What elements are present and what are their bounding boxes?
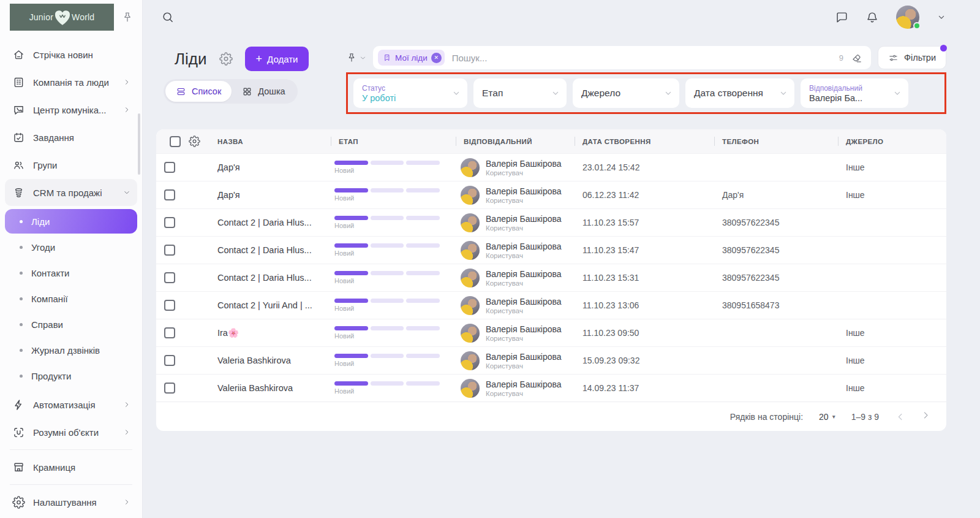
- eraser-icon[interactable]: [851, 52, 862, 64]
- row-checkbox[interactable]: [164, 355, 175, 366]
- sidebar-item-call-log[interactable]: Журнал дзвінків: [5, 338, 137, 362]
- pagination: Рядків на сторінці: 20 ▾ 1–9 з 9: [156, 402, 946, 431]
- table-row[interactable]: Contact 2 | Daria Hlus... Новий Валерія …: [156, 208, 946, 236]
- lead-stage: Новий: [331, 271, 456, 284]
- stage-progress-bar: [334, 299, 440, 303]
- sidebar-item-automation[interactable]: Автоматизація: [5, 391, 137, 418]
- chip-remove-icon[interactable]: ✕: [431, 53, 442, 63]
- table-row[interactable]: Contact 2 | Yurii And | ... Новий Валері…: [156, 291, 946, 319]
- table-settings-icon[interactable]: [189, 135, 200, 147]
- column-header-stage[interactable]: ЕТАП: [331, 129, 456, 153]
- app-logo[interactable]: Junior World: [10, 4, 114, 31]
- add-button[interactable]: + Додати: [245, 47, 309, 71]
- select-all-checkbox[interactable]: [170, 136, 181, 147]
- chevron-right-icon: [123, 428, 131, 436]
- home-icon: [12, 48, 25, 61]
- sidebar-scrollbar[interactable]: [138, 113, 140, 175]
- column-header-owner[interactable]: ВІДПОВІДАЛЬНИЙ: [456, 129, 575, 153]
- column-header-created[interactable]: ДАТА СТВОРЕННЯ: [575, 129, 714, 153]
- filter-owner[interactable]: ВідповідальнийВалерія Ба...: [801, 78, 908, 108]
- sidebar-item-contacts[interactable]: Контакти: [5, 261, 137, 285]
- tab-board[interactable]: Дошка: [232, 81, 295, 102]
- row-checkbox[interactable]: [164, 383, 175, 394]
- table-row[interactable]: Contact 2 | Daria Hlus... Новий Валерія …: [156, 236, 946, 264]
- lead-name: Ira🌸: [217, 328, 331, 338]
- row-checkbox[interactable]: [164, 162, 175, 173]
- lead-created: 23.01.24 15:42: [575, 162, 714, 172]
- sidebar-item-deals[interactable]: Угоди: [5, 235, 137, 259]
- row-checkbox[interactable]: [164, 245, 175, 256]
- rows-per-page-label: Рядків на сторінці:: [730, 412, 803, 422]
- lead-created: 11.10.23 09:50: [575, 328, 714, 338]
- prev-page-button[interactable]: [895, 411, 906, 422]
- sidebar-item-smart-objects[interactable]: Розумні об'єкти: [5, 419, 137, 446]
- tab-board-label: Дошка: [258, 86, 285, 96]
- filters-button[interactable]: Фільтри: [878, 46, 946, 69]
- sidebar-item-groups[interactable]: Групи: [5, 151, 137, 178]
- notifications-button[interactable]: [865, 10, 879, 24]
- sidebar-item-news-feed[interactable]: Стрічка новин: [5, 41, 137, 68]
- user-avatar[interactable]: [896, 6, 919, 29]
- filter-source[interactable]: Джерело: [573, 78, 679, 108]
- page-settings-icon[interactable]: [219, 52, 233, 66]
- column-header-name[interactable]: НАЗВА: [217, 129, 331, 153]
- sidebar-item-comm-center[interactable]: Центр комуніка...: [5, 96, 137, 123]
- table-row[interactable]: Valeriia Bashkirova Новий Валерія Башкір…: [156, 374, 946, 402]
- column-header-source[interactable]: ДЖЕРЕЛО: [838, 129, 946, 153]
- filter-status[interactable]: СтатусУ роботі: [353, 78, 467, 108]
- sidebar-divider: [10, 484, 132, 485]
- table-row[interactable]: Contact 2 | Daria Hlus... Новий Валерія …: [156, 264, 946, 291]
- sidebar-item-settings[interactable]: Налаштування: [5, 489, 137, 516]
- sidebar-item-tasks[interactable]: Завдання: [5, 124, 137, 151]
- row-checkbox[interactable]: [164, 217, 175, 228]
- messages-button[interactable]: [835, 10, 848, 24]
- search-bar[interactable]: Мої ліди ✕ 9: [373, 46, 871, 69]
- sidebar-item-leads[interactable]: Ліди: [5, 209, 137, 234]
- row-checkbox[interactable]: [164, 300, 175, 311]
- sidebar-item-shop[interactable]: Крамниця: [5, 454, 137, 481]
- lead-source: Інше: [838, 328, 946, 338]
- row-checkbox[interactable]: [164, 327, 175, 338]
- bullet-icon: [20, 246, 23, 249]
- row-checkbox[interactable]: [164, 272, 175, 283]
- lead-phone: Дар'я: [714, 190, 838, 200]
- table-row[interactable]: Ira🌸 Новий Валерія БашкіроваКористувач 1…: [156, 319, 946, 346]
- sidebar-item-crm-sales[interactable]: CRM та продажі: [5, 179, 137, 206]
- sidebar-item-cases[interactable]: Справи: [5, 312, 137, 337]
- table-row[interactable]: Дар'я Новий Валерія БашкіроваКористувач …: [156, 181, 946, 208]
- stage-progress-bar: [334, 161, 440, 165]
- pin-icon: [346, 52, 357, 63]
- sidebar-pin-icon[interactable]: [121, 11, 134, 23]
- board-icon: [242, 86, 252, 97]
- filter-created[interactable]: Дата створення: [685, 78, 794, 108]
- profile-menu-chevron[interactable]: [937, 12, 946, 22]
- search-input[interactable]: [452, 53, 832, 63]
- global-search-button[interactable]: [161, 10, 175, 24]
- sidebar-item-company-people[interactable]: Компанія та люди: [5, 69, 137, 96]
- sidebar: Junior World Стрічка новин Компанія та л…: [0, 0, 143, 518]
- lead-stage: Новий: [331, 243, 456, 257]
- bolt-icon: [12, 398, 25, 411]
- pin-filter-button[interactable]: [346, 52, 367, 63]
- filter-stage[interactable]: Етап: [473, 78, 567, 108]
- gear-icon: [12, 496, 25, 509]
- chip-label: Мої ліди: [395, 53, 428, 63]
- row-checkbox[interactable]: [164, 189, 175, 200]
- saved-filter-chip[interactable]: Мої ліди ✕: [378, 50, 445, 66]
- bullet-icon: [20, 349, 23, 352]
- leads-table: НАЗВАЕТАПВІДПОВІДАЛЬНИЙДАТА СТВОРЕННЯТЕЛ…: [156, 129, 946, 431]
- rows-per-page-select[interactable]: 20 ▾: [819, 412, 835, 422]
- result-count: 9: [839, 53, 843, 63]
- tab-list[interactable]: Список: [165, 81, 232, 102]
- lead-phone: 380957622345: [714, 273, 838, 283]
- table-row[interactable]: Valeria Bashkirova Новий Валерія Башкіро…: [156, 346, 946, 374]
- lead-stage: Новий: [331, 326, 456, 340]
- sidebar-item-companies[interactable]: Компанії: [5, 286, 137, 311]
- sidebar-item-products[interactable]: Продукти: [5, 364, 137, 388]
- lead-created: 11.10.23 13:06: [575, 300, 714, 310]
- table-row[interactable]: Дар'я Новий Валерія БашкіроваКористувач …: [156, 153, 946, 181]
- next-page-button[interactable]: [922, 411, 933, 422]
- column-header-phone[interactable]: ТЕЛЕФОН: [714, 129, 838, 153]
- stage-progress-bar: [334, 354, 440, 358]
- chevron-down-icon: [892, 88, 902, 98]
